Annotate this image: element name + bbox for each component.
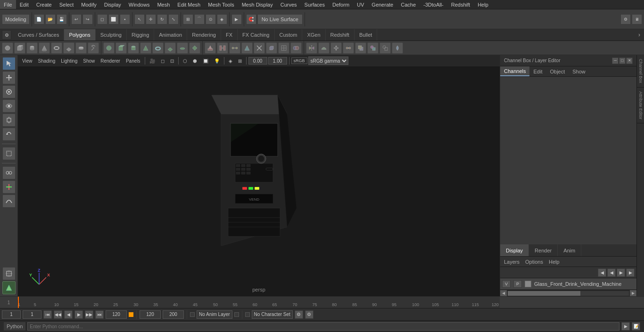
bridge-icon[interactable] — [217, 42, 228, 54]
flatten-icon[interactable] — [330, 42, 342, 54]
character-set-dropdown[interactable]: No Character Set — [252, 310, 293, 319]
plane-icon[interactable] — [63, 42, 74, 54]
cube-icon[interactable] — [14, 42, 25, 54]
prev-frame-btn[interactable]: ◀ — [64, 310, 73, 319]
workspace-dropdown[interactable]: Modeling — [2, 14, 30, 24]
live-surface-dropdown[interactable]: No Live Surface — [257, 14, 303, 24]
poly-cube-icon[interactable] — [116, 42, 127, 54]
select-by-hierarchy-btn[interactable]: ◻ — [97, 14, 107, 24]
panels-menu-btn[interactable]: Panels — [124, 58, 143, 64]
tab-bullet[interactable]: Bullet — [355, 29, 378, 40]
connect-icon[interactable] — [229, 42, 240, 54]
tab-rendering[interactable]: Rendering — [187, 29, 221, 40]
cb-close-btn[interactable]: ✕ — [626, 57, 633, 64]
sphere-icon[interactable] — [2, 42, 13, 54]
tab-polygons[interactable]: Polygons — [64, 29, 95, 40]
move-left-btn[interactable] — [2, 180, 16, 194]
renderer-menu-btn[interactable]: Renderer — [98, 58, 123, 64]
multicut-icon[interactable] — [278, 42, 289, 54]
layer-back2-btn[interactable]: ◀ — [607, 268, 616, 277]
show-menu-btn[interactable]: Show — [81, 58, 97, 64]
menu-modify[interactable]: Modify — [77, 0, 100, 9]
snap-together-btn[interactable] — [2, 166, 16, 179]
menu-display[interactable]: Display — [100, 0, 125, 9]
layers-tab-label[interactable]: Layers — [502, 258, 521, 266]
camera-perspective-btn[interactable]: 🎥 — [147, 58, 157, 64]
tab-channels[interactable]: Channels — [500, 66, 529, 76]
cv-curve-btn[interactable] — [2, 194, 16, 208]
combine-icon[interactable] — [367, 42, 379, 54]
scroll-thumb[interactable] — [508, 291, 580, 296]
menu-select[interactable]: Select — [56, 0, 78, 9]
undo-btn[interactable]: ↩ — [71, 14, 82, 24]
merge-icon[interactable] — [241, 42, 253, 54]
tab-sculpting[interactable]: Sculpting — [96, 29, 127, 40]
disk-icon[interactable] — [75, 42, 87, 54]
poly-special-icon[interactable] — [189, 42, 200, 54]
menu-deform[interactable]: Deform — [329, 0, 353, 9]
tab-xgen[interactable]: XGen — [302, 29, 325, 40]
snap-curve-btn[interactable]: ⌒ — [194, 14, 205, 24]
menu-mesh[interactable]: Mesh — [153, 0, 173, 9]
tab-redshift[interactable]: Redshift — [326, 29, 355, 40]
play-btn[interactable]: ▶ — [74, 310, 83, 319]
select-tool-btn[interactable]: ↖ — [134, 14, 145, 24]
current-frame-input[interactable]: 1 — [2, 310, 21, 319]
tab-anim[interactable]: Anim — [558, 244, 581, 256]
menu-uv[interactable]: UV — [353, 0, 368, 9]
sculpt-icon[interactable] — [392, 42, 403, 54]
lighting-menu-btn[interactable]: Lighting — [58, 58, 80, 64]
light-btn[interactable]: 💡 — [212, 58, 222, 64]
bottom-settings-btn[interactable]: ⚙ — [305, 310, 314, 319]
open-scene-btn[interactable]: 📂 — [45, 14, 56, 24]
shading-menu-btn[interactable]: Shading — [36, 58, 58, 64]
menu-curves[interactable]: Curves — [277, 0, 301, 9]
scroll-track[interactable] — [508, 291, 629, 296]
tab-custom[interactable]: Custom — [275, 29, 303, 40]
python-exec-btn[interactable]: ▶ — [621, 322, 630, 331]
transform-tool-btn[interactable] — [2, 71, 16, 84]
paint-select-btn[interactable] — [2, 85, 16, 98]
tab-show[interactable]: Show — [569, 66, 589, 76]
solid-btn[interactable]: ⬢ — [190, 58, 199, 64]
poly-sphere-icon[interactable] — [103, 42, 115, 54]
separate-icon[interactable] — [380, 42, 391, 54]
frame-all-btn[interactable]: ⊡ — [168, 58, 176, 64]
texture-btn[interactable]: 🔲 — [200, 58, 211, 64]
rotate-tool-left-btn[interactable] — [2, 128, 16, 141]
menu-windows[interactable]: Windows — [125, 0, 154, 9]
render-settings-btn[interactable]: ⚙ — [620, 14, 631, 24]
layer-forward-btn[interactable]: ▶ — [617, 268, 625, 277]
menu-mesh-tools[interactable]: Mesh Tools — [204, 0, 238, 9]
menu-edit-mesh[interactable]: Edit Mesh — [173, 0, 204, 9]
snap-view-btn[interactable] — [2, 267, 16, 280]
tab-scroll-right[interactable]: › — [635, 29, 644, 40]
cone-icon[interactable] — [39, 42, 50, 54]
poly-torus-icon[interactable] — [152, 42, 164, 54]
menu-create[interactable]: Create — [33, 0, 56, 9]
rotate-tool-btn[interactable]: ↻ — [157, 14, 167, 24]
scroll-left-arrow[interactable]: ◀ — [500, 290, 507, 297]
render-btn[interactable]: ▶ — [231, 14, 242, 24]
tab-object[interactable]: Object — [546, 66, 569, 76]
menu-redshift[interactable]: Redshift — [447, 0, 474, 9]
cb-minimize-btn[interactable]: ─ — [612, 57, 619, 64]
bevel-icon[interactable] — [266, 42, 277, 54]
show-manipulator-btn[interactable] — [2, 113, 16, 127]
rect-select-btn[interactable] — [2, 147, 16, 160]
snap-grid-btn[interactable]: ⊞ — [183, 14, 193, 24]
poly-disk-icon[interactable] — [177, 42, 188, 54]
layer-item[interactable]: V P Glass_Front_Drink_Vending_Machine — [500, 278, 636, 290]
duplicate-icon[interactable] — [355, 42, 366, 54]
display-settings-btn[interactable]: 🖥 — [632, 14, 642, 24]
poly-cone-icon[interactable] — [140, 42, 151, 54]
torus-icon[interactable] — [51, 42, 62, 54]
isolate-select-btn[interactable]: ◈ — [226, 58, 235, 64]
scale-tool-btn[interactable]: ⤡ — [168, 14, 179, 24]
snap-surface-btn[interactable]: ◈ — [217, 14, 227, 24]
step-back-btn[interactable]: ◀◀ — [54, 310, 62, 319]
menu-edit[interactable]: Edit — [16, 0, 33, 9]
next-frame-btn[interactable]: ▶▶ — [85, 310, 93, 319]
tab-render[interactable]: Render — [529, 244, 558, 256]
menu-surfaces[interactable]: Surfaces — [301, 0, 329, 9]
